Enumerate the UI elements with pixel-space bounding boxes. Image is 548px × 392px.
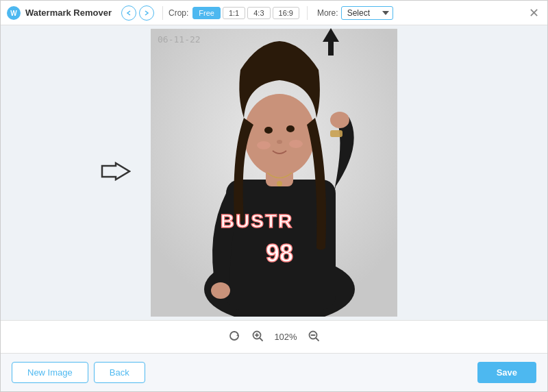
photo-background: 06-11-22	[151, 29, 397, 317]
crop-label: Crop:	[169, 8, 188, 18]
svg-line-25	[260, 338, 263, 341]
separator-2	[307, 6, 308, 20]
crop-corner-tr[interactable]	[388, 29, 397, 38]
reset-icon	[228, 330, 240, 342]
svg-point-10	[264, 127, 273, 134]
zoom-out-button[interactable]	[305, 327, 323, 347]
zoom-in-button[interactable]	[249, 327, 266, 347]
svg-text:BUSTR: BUSTR	[221, 210, 293, 232]
select-dropdown[interactable]: Select Option 1 Option 2	[341, 6, 393, 20]
back-nav-arrow[interactable]	[121, 5, 136, 21]
image-container: 06-11-22	[151, 29, 397, 317]
svg-point-22	[211, 282, 230, 299]
zoom-out-icon	[308, 330, 320, 342]
crop-corner-br[interactable]	[388, 307, 397, 317]
crop-4-3-btn[interactable]: 4:3	[247, 7, 270, 19]
svg-text:W: W	[10, 10, 17, 17]
svg-point-9	[244, 94, 315, 176]
footer: New Image Back Save	[1, 353, 547, 391]
zoom-level-display: 102%	[272, 332, 299, 342]
close-button[interactable]: ✕	[526, 5, 542, 21]
separator-1	[162, 6, 163, 20]
crop-16-9-btn[interactable]: 16:9	[273, 7, 299, 19]
crop-1-1-btn[interactable]: 1:1	[223, 7, 245, 19]
svg-point-14	[289, 140, 303, 148]
zoom-in-icon	[251, 330, 264, 342]
date-stamp: 06-11-22	[158, 34, 201, 45]
canvas-area: 06-11-22	[151, 29, 397, 317]
svg-point-12	[277, 140, 282, 144]
more-label: More:	[317, 8, 338, 18]
svg-text:98: 98	[266, 239, 293, 267]
crop-corner-bl[interactable]	[151, 307, 160, 317]
back-button[interactable]: Back	[94, 362, 145, 383]
titlebar: W Watermark Remover Crop: Free 1:1 4:3 1…	[1, 1, 547, 25]
app-title: Watermark Remover	[25, 8, 112, 18]
save-button[interactable]: Save	[477, 362, 536, 383]
svg-rect-20	[330, 130, 342, 137]
right-arrow-icon	[101, 162, 131, 181]
app-logo-icon: W	[6, 5, 21, 21]
svg-point-19	[277, 181, 282, 186]
person-figure: BUSTR 98 BUSTR 98	[151, 29, 397, 317]
new-image-button[interactable]: New Image	[12, 362, 88, 383]
main-content: 06-11-22	[1, 25, 547, 320]
svg-line-29	[316, 338, 319, 341]
forward-nav-arrow[interactable]	[139, 5, 154, 21]
svg-point-21	[330, 112, 349, 128]
right-arrow-annotation	[101, 162, 131, 184]
bottom-toolbar: 102%	[1, 320, 547, 353]
svg-point-11	[286, 125, 295, 132]
svg-point-13	[257, 141, 271, 149]
svg-marker-3	[102, 163, 129, 180]
crop-free-btn[interactable]: Free	[192, 7, 221, 19]
reset-zoom-button[interactable]	[225, 327, 243, 347]
